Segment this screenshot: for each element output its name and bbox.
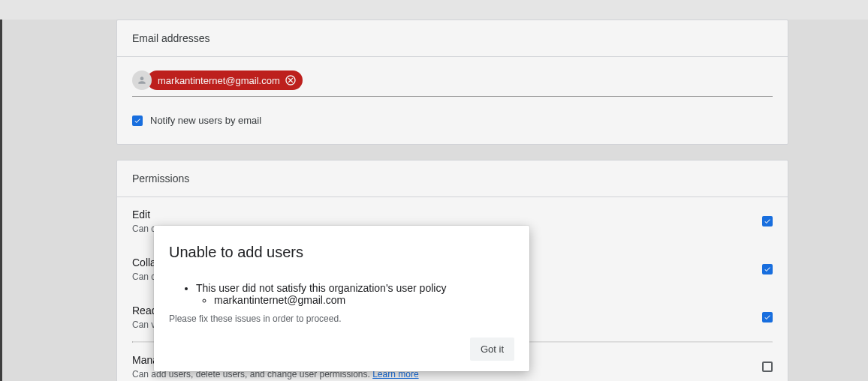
error-modal: Unable to add users This user did not sa… <box>154 226 529 371</box>
got-it-button[interactable]: Got it <box>470 338 514 361</box>
avatar-icon <box>132 70 152 90</box>
modal-error-list: This user did not satisfy this organizat… <box>169 282 514 306</box>
modal-title: Unable to add users <box>169 244 514 261</box>
fix-message: Please fix these issues in order to proc… <box>169 314 514 324</box>
failed-email: markantinternet@gmail.com <box>214 294 514 306</box>
policy-message: This user did not satisfy this organizat… <box>196 282 446 294</box>
